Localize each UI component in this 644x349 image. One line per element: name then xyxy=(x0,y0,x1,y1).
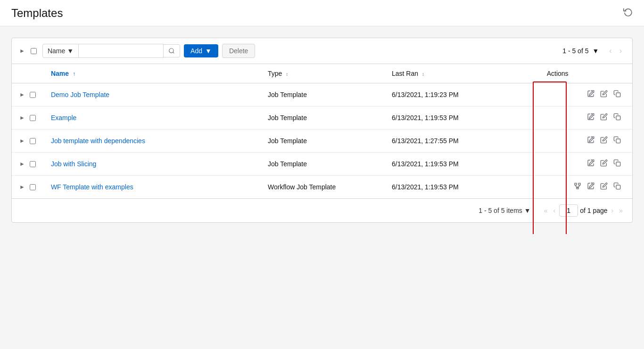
launch-icon[interactable] xyxy=(587,182,594,192)
svg-rect-10 xyxy=(616,139,620,143)
row-last-ran: 6/13/2021, 1:27:55 PM xyxy=(384,130,539,153)
copy-icon[interactable] xyxy=(613,159,621,169)
row-expand-icon[interactable]: ► xyxy=(19,184,25,190)
svg-rect-13 xyxy=(616,162,620,166)
expand-all-icon[interactable]: ► xyxy=(19,48,25,54)
row-name-link[interactable]: WF Template with examples xyxy=(51,183,133,191)
table-row: ► Job with SlicingJob Template6/13/2021,… xyxy=(12,153,632,176)
visualizer-icon[interactable] xyxy=(574,182,581,192)
table-container: ► Name ▼ Add ▼ Dele xyxy=(11,38,633,223)
page-header: Templates xyxy=(0,0,644,26)
launch-icon[interactable] xyxy=(587,136,594,146)
prev-page-button[interactable]: ‹ xyxy=(606,45,614,57)
chevron-down-icon: ▼ xyxy=(67,47,74,55)
pagination-info: 1 - 5 of 5 ▼ xyxy=(562,47,599,55)
th-type[interactable]: Type ↕ xyxy=(260,64,384,83)
search-input[interactable] xyxy=(79,44,164,58)
launch-icon[interactable] xyxy=(587,159,594,169)
sort-asc-icon: ↑ xyxy=(73,71,75,77)
row-expand-icon[interactable]: ► xyxy=(19,91,25,98)
row-type: Job Template xyxy=(260,130,384,153)
table-row: ► Job template with dependenciesJob Temp… xyxy=(12,130,632,153)
table-wrapper: Name ↑ Type ↕ Last Ran ↕ Actions xyxy=(12,64,632,198)
add-button[interactable]: Add ▼ xyxy=(184,44,218,57)
svg-rect-23 xyxy=(616,185,620,189)
launch-icon[interactable] xyxy=(587,113,594,122)
row-type: Job Template xyxy=(260,106,384,130)
history-icon[interactable] xyxy=(623,7,633,19)
filter-wrapper: Name ▼ xyxy=(42,44,180,58)
edit-icon[interactable] xyxy=(600,90,608,99)
th-name[interactable]: Name ↑ xyxy=(43,64,260,83)
row-name-link[interactable]: Demo Job Template xyxy=(51,91,109,98)
row-name-link[interactable]: Example xyxy=(51,114,76,122)
row-type: Job Template xyxy=(260,153,384,176)
table-footer: 1 - 5 of 5 items ▼ « ‹ 1 of 1 page › » xyxy=(12,198,632,222)
copy-icon[interactable] xyxy=(613,136,621,146)
svg-rect-14 xyxy=(575,183,577,185)
row-type: Workflow Job Template xyxy=(260,176,384,199)
prev-page-footer-button[interactable]: ‹ xyxy=(551,205,557,216)
th-expand-checkbox xyxy=(12,64,43,83)
add-chevron-icon: ▼ xyxy=(205,47,212,55)
row-checkbox[interactable] xyxy=(30,184,36,190)
row-expand-icon[interactable]: ► xyxy=(19,138,25,144)
search-button[interactable] xyxy=(164,44,180,57)
table-header-row: Name ↑ Type ↕ Last Ran ↕ Actions xyxy=(12,64,632,83)
next-page-button[interactable]: › xyxy=(617,45,625,57)
last-page-button[interactable]: » xyxy=(617,205,625,216)
row-last-ran: 6/13/2021, 1:19:53 PM xyxy=(384,106,539,130)
copy-icon[interactable] xyxy=(613,90,621,99)
sort-neutral-icon-type: ↕ xyxy=(286,72,288,77)
row-type: Job Template xyxy=(260,83,384,106)
toolbar: ► Name ▼ Add ▼ Dele xyxy=(12,38,632,64)
row-name-link[interactable]: Job with Slicing xyxy=(51,160,97,168)
copy-icon[interactable] xyxy=(613,113,621,122)
svg-rect-7 xyxy=(616,116,620,120)
filter-dropdown[interactable]: Name ▼ xyxy=(42,44,79,58)
row-last-ran: 6/13/2021, 1:19:23 PM xyxy=(384,83,539,106)
first-page-button[interactable]: « xyxy=(542,205,550,216)
sort-neutral-icon-lastran: ↕ xyxy=(422,72,424,77)
filter-label: Name xyxy=(48,47,65,55)
svg-rect-4 xyxy=(616,93,620,97)
svg-line-1 xyxy=(173,52,174,54)
row-name-link[interactable]: Job template with dependencies xyxy=(51,137,145,145)
row-checkbox[interactable] xyxy=(30,115,36,121)
row-checkbox[interactable] xyxy=(30,92,36,98)
table-row: ► ExampleJob Template6/13/2021, 1:19:53 … xyxy=(12,106,632,130)
page-title: Templates xyxy=(11,7,63,20)
table-row: ► WF Template with examplesWorkflow Job … xyxy=(12,176,632,199)
row-expand-icon[interactable]: ► xyxy=(19,161,25,167)
row-expand-icon[interactable]: ► xyxy=(19,114,25,121)
edit-icon[interactable] xyxy=(600,136,608,146)
row-last-ran: 6/13/2021, 1:19:53 PM xyxy=(384,153,539,176)
row-checkbox[interactable] xyxy=(30,138,36,144)
th-actions: Actions xyxy=(539,64,632,83)
footer-chevron-icon[interactable]: ▼ xyxy=(524,207,531,214)
delete-button[interactable]: Delete xyxy=(222,44,255,58)
page-number-input[interactable]: 1 xyxy=(559,204,578,217)
footer-pagination: 1 - 5 of 5 items ▼ xyxy=(479,207,530,214)
launch-icon[interactable] xyxy=(587,90,594,99)
data-table: Name ↑ Type ↕ Last Ran ↕ Actions xyxy=(12,64,632,198)
select-all-checkbox[interactable] xyxy=(31,48,37,54)
edit-icon[interactable] xyxy=(600,159,608,169)
table-row: ► Demo Job TemplateJob Template6/13/2021… xyxy=(12,83,632,106)
edit-icon[interactable] xyxy=(600,182,608,192)
pagination-nav: ‹ › xyxy=(606,45,625,57)
copy-icon[interactable] xyxy=(613,182,621,192)
chevron-down-icon[interactable]: ▼ xyxy=(592,47,599,55)
row-checkbox[interactable] xyxy=(30,161,36,167)
row-last-ran: 6/13/2021, 1:19:53 PM xyxy=(384,176,539,199)
next-page-footer-button[interactable]: › xyxy=(610,205,616,216)
svg-point-0 xyxy=(169,49,173,53)
svg-rect-15 xyxy=(578,183,580,185)
content-area: ► Name ▼ Add ▼ Dele xyxy=(0,26,644,234)
th-last-ran[interactable]: Last Ran ↕ xyxy=(384,64,539,83)
edit-icon[interactable] xyxy=(600,113,608,122)
